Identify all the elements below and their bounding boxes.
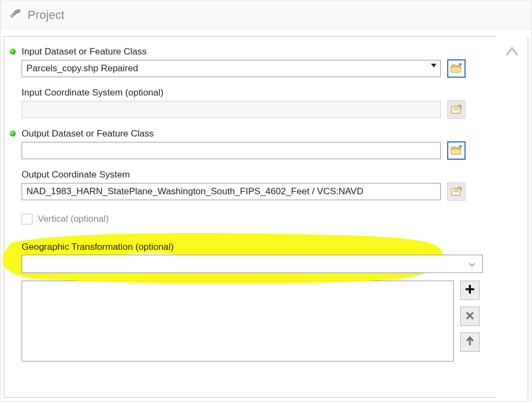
status-dot-icon — [10, 49, 16, 54]
x-icon — [465, 309, 475, 324]
label-geo-transform: Geographic Transformation (optional) — [10, 242, 487, 253]
remove-button[interactable] — [460, 306, 480, 326]
input-dataset-combo[interactable] — [22, 60, 441, 77]
vertical-checkbox-label[interactable]: Vertical (optional) — [22, 214, 109, 224]
geo-transform-dropdown[interactable] — [22, 255, 483, 273]
label-output-dataset: Output Dataset or Feature Class — [10, 128, 487, 139]
status-dot-icon — [10, 131, 16, 137]
list-buttons — [460, 281, 480, 358]
output-dataset-field[interactable] — [22, 142, 441, 159]
geo-transform-list[interactable] — [22, 281, 454, 362]
label-input-cs: Input Coordinate System (optional) — [10, 87, 487, 98]
input-dataset-field[interactable] — [22, 60, 441, 77]
param-vertical: Vertical (optional) — [10, 214, 487, 227]
titlebar: Project — [1, 1, 531, 30]
param-output-cs: Output Coordinate System — [10, 169, 487, 201]
label-text: Input Dataset or Feature Class — [22, 46, 147, 57]
svg-marker-4 — [451, 65, 461, 67]
param-output-dataset: Output Dataset or Feature Class — [10, 128, 487, 160]
label-output-cs: Output Coordinate System — [10, 169, 487, 180]
cs-properties-button[interactable] — [447, 100, 466, 119]
arrow-up-icon — [465, 335, 475, 350]
svg-marker-10 — [451, 147, 461, 149]
label-text: Vertical (optional) — [38, 214, 109, 224]
add-button[interactable] — [460, 281, 480, 300]
param-input-cs: Input Coordinate System (optional) — [10, 87, 487, 119]
input-cs-field — [22, 101, 441, 118]
param-input-dataset: Input Dataset or Feature Class — [10, 46, 487, 78]
browse-button[interactable] — [447, 59, 466, 78]
scroll-up-icon[interactable] — [504, 44, 520, 63]
plus-icon — [464, 283, 475, 298]
label-input-dataset: Input Dataset or Feature Class — [10, 46, 487, 57]
parameters-panel: Input Dataset or Feature Class Input C — [4, 36, 496, 398]
hammer-icon — [8, 8, 23, 23]
tool-dialog-window: Project Input Dataset or Feature Class — [0, 0, 531, 402]
browse-button[interactable] — [447, 141, 466, 160]
window-title: Project — [28, 8, 64, 22]
param-geo-transform: Geographic Transformation (optional) — [10, 242, 487, 362]
svg-rect-1 — [15, 9, 20, 13]
output-cs-field[interactable] — [22, 183, 441, 200]
label-text: Output Dataset or Feature Class — [22, 128, 154, 139]
right-splitter[interactable] — [528, 37, 531, 399]
dropdown-caret-icon — [431, 64, 436, 67]
vertical-checkbox[interactable] — [22, 214, 32, 224]
chevron-down-icon — [468, 261, 476, 269]
move-up-button[interactable] — [460, 332, 480, 352]
cs-properties-button[interactable] — [447, 182, 466, 201]
